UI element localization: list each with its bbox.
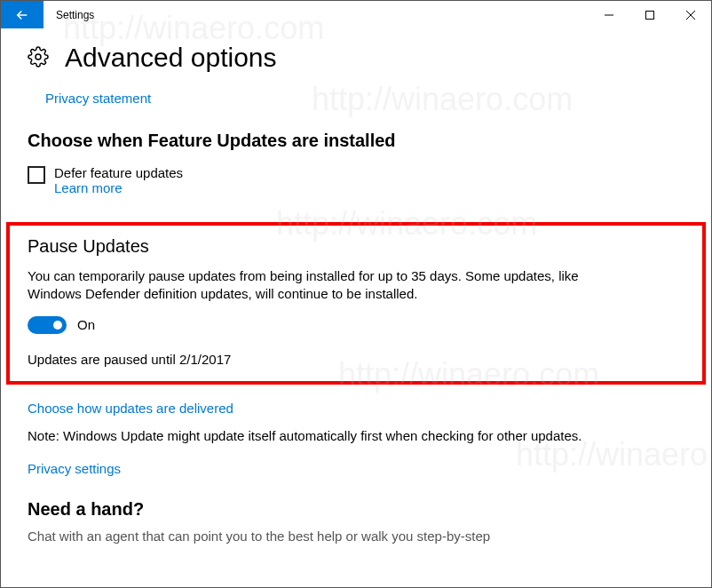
highlighted-pause-section: Pause Updates You can temporarily pause … [6, 222, 706, 385]
delivery-link[interactable]: Choose how updates are delivered [28, 401, 233, 416]
close-button[interactable] [670, 1, 711, 28]
privacy-settings-link[interactable]: Privacy settings [28, 461, 121, 476]
defer-checkbox[interactable] [28, 166, 45, 184]
pause-toggle[interactable] [28, 316, 67, 334]
feature-updates-heading: Choose when Feature Updates are installe… [28, 131, 684, 151]
privacy-statement-link[interactable]: Privacy statement [45, 91, 151, 106]
pause-status: Updates are paused until 2/1/2017 [28, 352, 684, 367]
back-button[interactable] [1, 1, 44, 28]
help-text: Chat with an agent that can point you to… [28, 528, 684, 544]
page-title: Advanced options [65, 44, 277, 71]
titlebar: Settings [1, 1, 711, 28]
window-title: Settings [44, 1, 589, 28]
defer-checkbox-row: Defer feature updates Learn more [28, 165, 684, 195]
learn-more-link[interactable]: Learn more [54, 180, 123, 195]
maximize-button[interactable] [629, 1, 670, 28]
svg-point-4 [36, 54, 41, 60]
defer-label: Defer feature updates [54, 165, 183, 180]
pause-toggle-row: On [28, 316, 684, 334]
toggle-state-label: On [77, 317, 95, 332]
update-note: Note: Windows Update might update itself… [28, 428, 684, 443]
svg-rect-1 [646, 11, 654, 19]
content-area: Advanced options Privacy statement Choos… [1, 28, 711, 544]
toggle-knob [53, 321, 62, 330]
gear-icon [28, 46, 49, 70]
need-hand-heading: Need a hand? [28, 499, 684, 520]
pause-description: You can temporarily pause updates from b… [28, 267, 631, 304]
window-controls [589, 1, 711, 28]
page-header: Advanced options [28, 44, 684, 71]
pause-heading: Pause Updates [28, 236, 684, 257]
minimize-button[interactable] [589, 1, 629, 28]
